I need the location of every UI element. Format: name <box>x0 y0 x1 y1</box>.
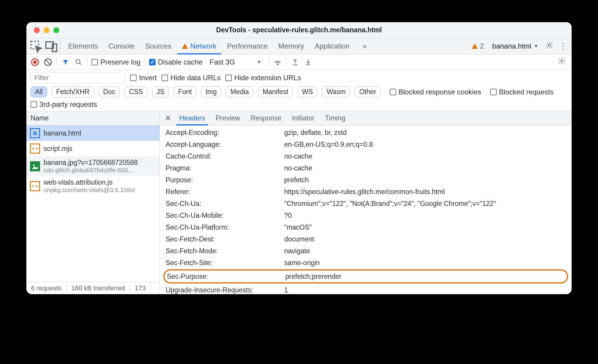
request-row[interactable]: banana.jpg?v=1705668720588cdn.glitch.glo… <box>26 156 159 176</box>
network-settings-icon[interactable] <box>556 57 567 67</box>
header-row: Purpose:prefetch <box>160 174 572 186</box>
record-button[interactable] <box>31 58 39 67</box>
request-row[interactable]: < >script.mjs <box>26 141 159 156</box>
separator <box>57 58 57 67</box>
header-value: "macOS" <box>284 221 566 233</box>
tab-memory[interactable]: Memory <box>273 38 310 54</box>
header-value: en-GB,en-US;q=0.9,en;q=0.8 <box>284 138 566 150</box>
network-content: Name banana.html< >script.mjsbanana.jpg?… <box>26 111 572 294</box>
filter-type-font[interactable]: Font <box>174 86 196 97</box>
filter-type-css[interactable]: CSS <box>124 86 147 97</box>
svg-rect-1 <box>46 42 54 48</box>
third-party-checkbox[interactable]: 3rd-party requests <box>31 100 97 109</box>
settings-icon[interactable] <box>544 41 555 51</box>
svg-point-7 <box>561 60 563 62</box>
header-name: Sec-Ch-Ua-Mobile: <box>166 210 284 221</box>
detail-tab-timing[interactable]: Timing <box>320 111 351 125</box>
svg-rect-2 <box>52 44 57 52</box>
close-window-button[interactable] <box>34 27 40 33</box>
header-row: Sec-Fetch-Site:same-origin <box>160 257 572 269</box>
header-name: Accept-Encoding: <box>166 127 284 138</box>
disable-cache-checkbox[interactable]: Disable cache <box>149 58 203 66</box>
header-row: Accept-Language:en-GB,en-US;q=0.9,en;q=0… <box>160 138 572 150</box>
detail-tab-preview[interactable]: Preview <box>210 111 245 125</box>
warning-icon <box>472 44 478 49</box>
detail-tabs: ✕ HeadersPreviewResponseInitiatorTiming <box>160 111 572 125</box>
minimize-window-button[interactable] <box>44 27 49 33</box>
header-value: 1 <box>284 284 566 294</box>
headers-panel: Accept-Encoding:gzip, deflate, br, zstdA… <box>160 125 572 294</box>
filter-input[interactable] <box>31 72 125 83</box>
invert-checkbox[interactable]: Invert <box>130 74 157 82</box>
header-value: ?0 <box>284 210 566 221</box>
devtools-window: DevTools - speculative-rules.glitch.me/b… <box>26 22 572 294</box>
header-value: "Chromium";v="122", "Not(A:Brand";v="24"… <box>284 198 566 210</box>
more-tabs-button[interactable]: » <box>357 38 372 54</box>
download-har-icon[interactable] <box>304 58 313 67</box>
filter-type-doc[interactable]: Doc <box>99 86 120 97</box>
tab-application[interactable]: Application <box>309 38 355 54</box>
detail-tab-headers[interactable]: Headers <box>174 111 210 125</box>
network-conditions-icon[interactable] <box>273 58 282 67</box>
filter-type-other[interactable]: Other <box>355 86 381 97</box>
header-name: Cache-Control: <box>166 150 284 162</box>
header-value: no-cache <box>284 150 566 162</box>
header-row: Sec-Ch-Ua-Mobile:?0 <box>160 210 572 221</box>
chevron-right-icon: » <box>363 42 367 50</box>
request-row[interactable]: < >web-vitals.attribution.jsunpkg.com/we… <box>26 176 159 196</box>
detail-tab-initiator[interactable]: Initiator <box>287 111 319 125</box>
request-list: banana.html< >script.mjsbanana.jpg?v=170… <box>26 125 159 282</box>
search-icon[interactable] <box>74 58 83 67</box>
name-column-header[interactable]: Name <box>26 111 159 125</box>
blocked-requests-checkbox[interactable]: Blocked requests <box>490 88 554 96</box>
svg-point-3 <box>549 44 551 46</box>
context-selector[interactable]: banana.html ▼ <box>489 42 541 50</box>
filter-type-js[interactable]: JS <box>152 86 169 97</box>
filter-type-media[interactable]: Media <box>226 86 253 97</box>
separator <box>145 58 145 67</box>
kebab-icon[interactable]: ⋮ <box>557 42 569 51</box>
header-row: Sec-Ch-Ua:"Chromium";v="122", "Not(A:Bra… <box>160 198 572 210</box>
header-value: gzip, deflate, br, zstd <box>284 127 566 138</box>
doc-file-icon <box>30 128 40 138</box>
inspect-icon[interactable] <box>29 40 42 53</box>
device-toggle-icon[interactable] <box>45 40 58 53</box>
header-value: prefetch;prerender <box>285 270 565 282</box>
blocked-cookies-checkbox[interactable]: Blocked response cookies <box>390 88 481 96</box>
window-controls <box>26 27 59 33</box>
filter-type-ws[interactable]: WS <box>298 86 317 97</box>
header-name: Purpose: <box>166 174 284 186</box>
header-name: Sec-Purpose: <box>167 270 285 282</box>
header-value: document <box>284 233 566 245</box>
header-name: Accept-Language: <box>166 138 284 150</box>
hide-data-urls-checkbox[interactable]: Hide data URLs <box>162 74 220 82</box>
clear-button[interactable] <box>44 58 52 67</box>
header-row: Upgrade-Insecure-Requests:1 <box>160 284 572 294</box>
preserve-log-checkbox[interactable]: Preserve log <box>92 58 140 66</box>
separator <box>269 58 269 67</box>
warning-icon <box>182 44 188 49</box>
upload-har-icon[interactable] <box>291 58 300 67</box>
issues-count[interactable]: 2 <box>469 42 487 50</box>
filter-type-wasm[interactable]: Wasm <box>322 86 350 97</box>
tab-performance[interactable]: Performance <box>222 38 273 54</box>
network-toolbar: Preserve log Disable cache Fast 3G ▼ <box>26 54 572 70</box>
close-detail-button[interactable]: ✕ <box>162 114 174 123</box>
detail-tab-response[interactable]: Response <box>245 111 287 125</box>
filter-type-fetchxhr[interactable]: Fetch/XHR <box>52 86 94 97</box>
tab-sources[interactable]: Sources <box>140 38 177 54</box>
tab-network[interactable]: Network <box>177 38 222 54</box>
throttling-select[interactable]: Fast 3G ▼ <box>207 58 264 66</box>
hide-extension-urls-checkbox[interactable]: Hide extension URLs <box>225 74 301 82</box>
tab-elements[interactable]: Elements <box>63 38 103 54</box>
zoom-window-button[interactable] <box>53 27 59 33</box>
header-value: prefetch <box>284 174 566 186</box>
tab-console[interactable]: Console <box>103 38 140 54</box>
header-value: same-origin <box>284 257 566 269</box>
request-row[interactable]: banana.html <box>26 125 159 141</box>
filter-type-manifest[interactable]: Manifest <box>258 86 293 97</box>
filter-type-img[interactable]: Img <box>201 86 221 97</box>
separator <box>87 58 87 67</box>
filter-toggle-icon[interactable] <box>61 58 70 67</box>
filter-type-all[interactable]: All <box>31 86 47 97</box>
